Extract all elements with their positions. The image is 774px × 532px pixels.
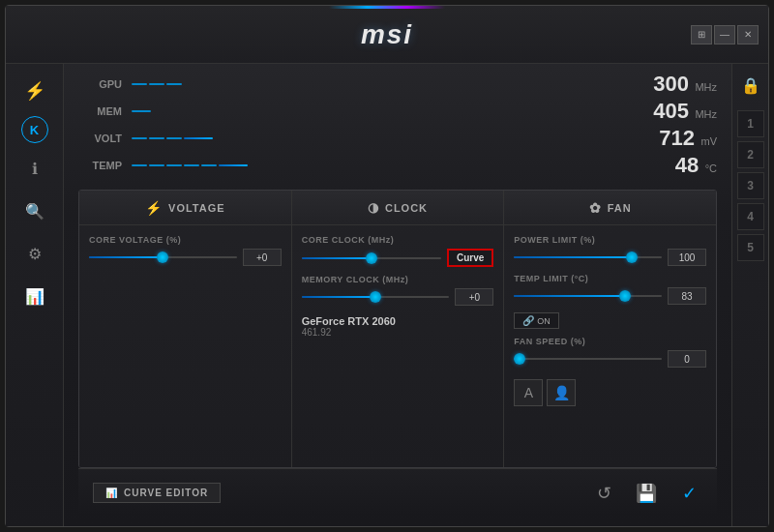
profile-lock-button[interactable]: 🔒 [737,72,764,99]
gpu-bar [132,83,643,85]
clock-panel: ◑ CLOCK CORE CLOCK (MHz) [292,191,505,467]
fan-speed-track [514,358,662,360]
temp-monitor-row: TEMP 48 °C [78,155,717,176]
power-limit-slider-row: 100 [514,249,706,266]
bottom-actions: ↺ 💾 ✓ [590,480,702,507]
link-icon: 🔗 [522,315,534,326]
curve-editor-chart-icon: 📊 [105,488,118,498]
power-limit-value[interactable]: 100 [668,249,706,266]
core-voltage-row: CORE VOLTAGE (%) +0 [89,235,282,266]
core-voltage-slider[interactable] [89,251,237,264]
title-bar: msi ⊞ — ✕ [6,6,768,64]
profile-5-button[interactable]: 5 [737,234,764,261]
volt-value-display: 712 mV [659,126,717,151]
temp-limit-slider[interactable] [514,289,662,303]
fan-speed-value[interactable]: 0 [668,350,706,368]
app-logo: msi [361,19,413,50]
app-window: msi ⊞ — ✕ ⚡ K ℹ 🔍 ⚙ 📊 GPU [5,5,769,527]
fan-panel: ✿ FAN POWER LIMIT (%) [504,191,716,467]
core-clock-slider[interactable] [302,251,441,265]
sidebar-icon-k[interactable]: K [21,116,48,143]
temp-limit-slider-row: 83 [514,287,706,305]
temp-label: TEMP [78,160,122,171]
driver-version: 461.92 [302,327,494,338]
memory-clock-slider[interactable] [302,290,450,304]
control-panels: ⚡ VOLTAGE CORE VOLTAGE (%) [78,190,717,468]
gpu-value-display: 300 MHz [653,72,717,97]
gpu-value: 300 [653,72,689,96]
fan-speed-slider[interactable] [514,352,662,366]
memory-clock-value[interactable]: +0 [455,288,493,306]
temp-bar [132,164,649,166]
core-voltage-track [89,256,237,258]
monitoring-section: GPU 300 MHz MEM [78,74,717,176]
fan-on-toggle[interactable]: 🔗 ON [514,312,559,329]
temp-limit-label: TEMP LIMIT (°C) [514,274,706,283]
window-controls: ⊞ — ✕ [691,25,759,44]
profile-2-button[interactable]: 2 [737,141,764,168]
close-button[interactable]: ✕ [737,25,759,44]
mem-label: MEM [78,105,122,117]
voltage-header-label: VOLTAGE [168,202,225,214]
voltage-panel-header: ⚡ VOLTAGE [79,191,291,225]
temp-unit: °C [705,163,717,174]
curve-button[interactable]: Curve [447,249,493,267]
profile-1-button[interactable]: 1 [737,110,764,137]
fan-on-label: ON [537,316,551,326]
save-button[interactable]: 💾 [633,480,660,507]
temp-limit-value[interactable]: 83 [668,287,706,305]
memory-clock-label: MEMORY CLOCK (MHz) [302,275,494,284]
memory-clock-slider-row: +0 [302,288,494,306]
fan-header-label: FAN [608,202,632,214]
fan-auto-button[interactable]: A [514,379,543,406]
fan-icon: ✿ [589,200,602,216]
memory-clock-row: MEMORY CLOCK (MHz) +0 [302,275,494,306]
fan-panel-body: POWER LIMIT (%) 100 [504,225,716,467]
profile-3-button[interactable]: 3 [737,172,764,199]
minimize-button[interactable]: — [714,25,735,44]
core-voltage-value[interactable]: +0 [243,249,282,266]
mem-monitor-row: MEM 405 MHz [78,101,717,122]
core-clock-row: CORE CLOCK (MHz) Curve [302,235,494,267]
fan-toggle-row: 🔗 ON [514,312,706,329]
apply-button[interactable]: ✓ [675,480,702,507]
temp-value-display: 48 °C [659,153,717,178]
volt-label: VOLT [78,133,122,144]
clock-icon: ◑ [368,200,379,215]
sidebar-icon-monitor[interactable]: 📊 [17,279,52,313]
clock-panel-header: ◑ CLOCK [292,191,504,225]
fan-speed-label: FAN SPEED (%) [514,337,706,346]
reset-button[interactable]: ↺ [590,480,617,507]
mem-value: 405 [653,99,689,123]
core-clock-label: CORE CLOCK (MHz) [302,235,494,245]
center-content: GPU 300 MHz MEM [64,64,731,526]
mem-unit: MHz [695,108,717,120]
sidebar-icon-fan[interactable]: ⚡ [17,74,52,108]
gpu-label: GPU [78,78,122,90]
title-accent [329,6,445,9]
power-limit-row: POWER LIMIT (%) 100 [514,235,706,266]
main-layout: ⚡ K ℹ 🔍 ⚙ 📊 GPU 300 [6,64,768,526]
sidebar-icon-search[interactable]: 🔍 [17,193,52,228]
gpu-info: GeForce RTX 2060 461.92 [302,315,494,338]
fan-avatar-row: A 👤 [514,379,706,406]
sidebar-icon-info[interactable]: ℹ [17,151,52,186]
fan-profile-button[interactable]: 👤 [547,379,576,406]
curve-editor-label: CURVE EDITOR [124,488,208,498]
sidebar-icon-settings[interactable]: ⚙ [17,236,52,271]
temp-limit-track [514,295,662,297]
power-limit-slider[interactable] [514,251,662,264]
core-voltage-label: CORE VOLTAGE (%) [89,235,282,245]
curve-editor-button[interactable]: 📊 CURVE EDITOR [93,483,221,503]
mem-bar [132,110,643,112]
win-button[interactable]: ⊞ [691,25,712,44]
fan-speed-row: FAN SPEED (%) 0 [514,337,706,368]
temp-limit-row: TEMP LIMIT (°C) 83 [514,274,706,305]
volt-monitor-row: VOLT 712 mV [78,128,717,149]
voltage-icon: ⚡ [145,200,163,216]
memory-clock-track [302,296,450,298]
power-limit-label: POWER LIMIT (%) [514,235,706,245]
temp-value: 48 [675,153,699,177]
power-limit-track [514,256,662,258]
profile-4-button[interactable]: 4 [737,203,764,230]
